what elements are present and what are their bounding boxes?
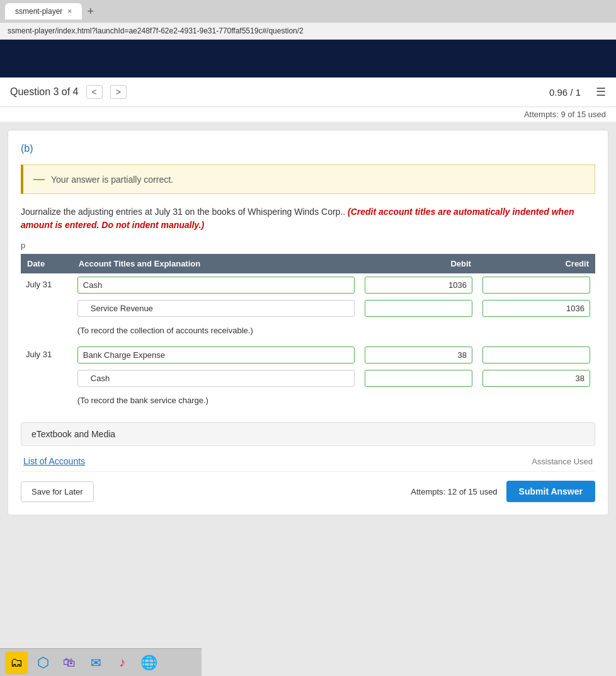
account-cell-1a[interactable] <box>72 273 360 297</box>
account-cell-2a[interactable] <box>72 343 360 367</box>
table-row: July 31 <box>21 343 595 367</box>
list-accounts-bar: List of Accounts Assistance Used <box>21 451 595 472</box>
date-cell-1: July 31 <box>21 273 72 320</box>
account-input-cash-2[interactable] <box>77 370 355 387</box>
account-input-service-revenue[interactable] <box>77 300 355 317</box>
debit-input-1a[interactable] <box>365 277 472 294</box>
score-area: 0.96 / 1 ☰ <box>549 85 606 99</box>
question-score: 0.96 / 1 <box>549 87 581 98</box>
tab-close-icon[interactable]: × <box>67 7 72 16</box>
account-input-cash[interactable] <box>77 277 355 294</box>
list-accounts-link[interactable]: List of Accounts <box>23 456 85 466</box>
partial-correct-banner: — Your answer is partially correct. <box>21 164 595 194</box>
instructions-main: Journalize the adjusting entries at July… <box>21 207 345 217</box>
banner-icon: — <box>33 173 45 186</box>
credit-cell-1a[interactable] <box>477 273 595 297</box>
account-cell-2b[interactable] <box>72 367 360 390</box>
question-title: Question 3 of 4 <box>10 86 79 98</box>
attempts-notice: Attempts: 9 of 15 used <box>0 107 616 122</box>
table-row: July 31 <box>21 273 595 297</box>
credit-input-1b[interactable] <box>482 300 590 317</box>
assistance-used-label: Assistance Used <box>532 457 593 466</box>
new-tab-button[interactable]: + <box>87 5 94 18</box>
credit-cell-2b[interactable] <box>477 367 595 390</box>
credit-cell-2a[interactable] <box>477 343 595 367</box>
account-cell-1b[interactable] <box>72 297 360 320</box>
browser-tab[interactable]: ssment-player × <box>5 3 82 20</box>
right-bottom: Attempts: 12 of 15 used Submit Answer <box>411 481 595 502</box>
note-1: (To record the collection of accounts re… <box>77 323 590 340</box>
col-header-debit: Debit <box>360 254 477 273</box>
credit-input-2a[interactable] <box>482 347 590 364</box>
debit-input-2a[interactable] <box>365 347 472 364</box>
table-row <box>21 367 595 390</box>
account-input-bank-charge[interactable] <box>77 347 355 364</box>
debit-cell-1a[interactable] <box>360 273 477 297</box>
col-header-credit: Credit <box>477 254 595 273</box>
browser-tab-bar: ssment-player × + <box>0 0 616 23</box>
address-bar[interactable]: ssment-player/index.html?launchId=ae248f… <box>0 23 616 40</box>
tab-label: ssment-player <box>15 7 62 16</box>
date-cell-2: July 31 <box>21 343 72 390</box>
menu-icon[interactable]: ☰ <box>596 85 606 99</box>
banner-message: Your answer is partially correct. <box>51 175 173 185</box>
bottom-bar: Save for Later Attempts: 12 of 15 used S… <box>21 481 595 502</box>
main-content: (b) — Your answer is partially correct. … <box>8 130 608 515</box>
etextbook-bar: eTextbook and Media <box>21 422 595 446</box>
debit-input-2b[interactable] <box>365 370 472 387</box>
col-header-account: Account Titles and Explanation <box>72 254 360 273</box>
p-label: p <box>21 241 595 250</box>
next-question-button[interactable]: > <box>110 85 127 99</box>
attempts-bottom-label: Attempts: 12 of 15 used <box>411 487 497 496</box>
submit-answer-button[interactable]: Submit Answer <box>506 481 595 502</box>
table-row-note-1: (To record the collection of accounts re… <box>21 320 595 343</box>
debit-input-1b[interactable] <box>365 300 472 317</box>
instructions: Journalize the adjusting entries at July… <box>21 205 595 232</box>
debit-cell-1b[interactable] <box>360 297 477 320</box>
credit-input-1a[interactable] <box>482 277 590 294</box>
debit-cell-2b[interactable] <box>360 367 477 390</box>
question-header: Question 3 of 4 < > 0.96 / 1 ☰ <box>0 77 616 107</box>
col-header-date: Date <box>21 254 72 273</box>
table-row-note-2: (To record the bank service charge.) <box>21 390 595 413</box>
save-later-button[interactable]: Save for Later <box>21 481 94 502</box>
table-row <box>21 297 595 320</box>
question-navigation: Question 3 of 4 < > <box>10 85 127 99</box>
credit-input-2b[interactable] <box>482 370 590 387</box>
journal-table: Date Account Titles and Explanation Debi… <box>21 254 595 413</box>
nav-bar <box>0 40 616 77</box>
note-2: (To record the bank service charge.) <box>77 393 590 410</box>
section-label: (b) <box>21 143 595 154</box>
credit-cell-1b[interactable] <box>477 297 595 320</box>
debit-cell-2a[interactable] <box>360 343 477 367</box>
prev-question-button[interactable]: < <box>86 85 103 99</box>
